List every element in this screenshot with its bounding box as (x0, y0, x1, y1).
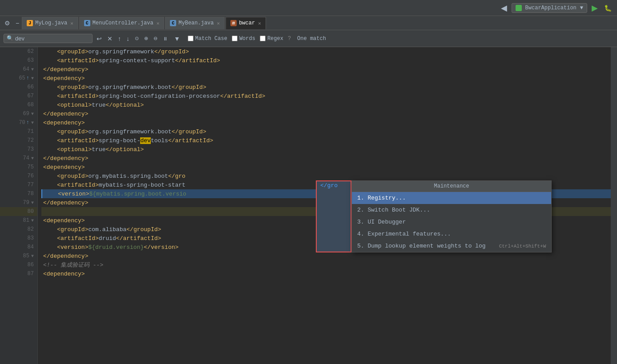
search-input[interactable] (15, 35, 69, 42)
regex-checkbox[interactable] (260, 36, 266, 41)
context-menu-item-registry[interactable]: 1. Registry... (352, 192, 551, 204)
regex-option[interactable]: Regex (260, 36, 283, 42)
context-menu-item-ui-debugger[interactable]: 3. UI Debugger (352, 216, 551, 228)
code-content[interactable]: <groupId>org.springframework</groupId> <… (38, 47, 611, 364)
gutter-line-85: 85 ▼ (0, 252, 37, 260)
fold-icon-81[interactable]: ▼ (31, 218, 34, 223)
undo-button[interactable]: ↩ (94, 34, 104, 43)
bookmark-icon-70: ↑ (26, 120, 29, 126)
gutter-line-86: 86 (0, 260, 37, 269)
gutter-line-69: 69 ▼ (0, 109, 37, 118)
search-icon: 🔍 (7, 35, 13, 42)
search-input-wrap: 🔍 (4, 34, 93, 43)
match-case-label: Match Case (195, 36, 227, 42)
fold-icon-70[interactable]: ▼ (31, 120, 34, 125)
search-help[interactable]: ? (288, 36, 291, 42)
tab-mybean[interactable]: C MyBean.java ✕ (165, 17, 225, 29)
app-selector-label: BwcarApplication (525, 5, 577, 11)
fold-icon-79[interactable]: ▼ (31, 200, 34, 205)
search-options: Match Case Words Regex ? (188, 36, 291, 42)
gutter-line-65: 65 ↑ ▼ (0, 74, 37, 83)
code-line-86: <!-- 集成验证码 --> (41, 260, 611, 269)
words-checkbox[interactable] (232, 36, 238, 41)
tab-close-menucontroller[interactable]: ✕ (157, 20, 160, 26)
context-menu-item-dump-lookup[interactable]: 5. Dump lookup element weights to log Ct… (352, 240, 551, 252)
next-match-button[interactable]: ↓ (124, 34, 132, 43)
context-menu-trigger: </gro (316, 180, 351, 252)
top-bar: ◀ BwcarApplication ▼ ▶ 🐛 (0, 0, 617, 16)
words-option[interactable]: Words (232, 36, 255, 42)
clear-search-button[interactable]: ✕ (105, 34, 115, 43)
prev-match-button[interactable]: ↑ (116, 34, 123, 43)
code-line-73: <optional>true</optional> (41, 145, 611, 154)
gutter-line-66: 66 (0, 83, 37, 92)
exclude-button[interactable]: ⊖ (151, 34, 160, 43)
code-line-87: <dependency> (41, 269, 611, 278)
tab-label-menucontroller: MenuController.java (93, 20, 153, 26)
find-all-button[interactable]: ⊙ (133, 34, 141, 43)
gutter-line-71: 71 (0, 127, 37, 136)
top-bar-actions: ◀ BwcarApplication ▼ ▶ 🐛 (499, 2, 613, 14)
gutter-line-67: 67 (0, 92, 37, 100)
gutter-line-77: 77 (0, 180, 37, 189)
add-occurrence-button[interactable]: ⊕ (142, 34, 150, 43)
gutter-line-79: 79 ▼ (0, 198, 37, 207)
context-menu-header: Maintenance (352, 181, 551, 192)
tab-bwcar[interactable]: m bwcar ✕ (226, 17, 266, 29)
match-case-option[interactable]: Match Case (188, 36, 227, 42)
match-case-checkbox[interactable] (188, 36, 194, 41)
minimize-button[interactable]: − (13, 18, 22, 28)
gutter-line-72: 72 (0, 136, 37, 145)
code-line-67: <artifactId>spring-boot-configuration-pr… (41, 92, 611, 100)
code-line-69: </dependency> (41, 109, 611, 118)
context-menu-item-experimental[interactable]: 4. Experimental features... (352, 228, 551, 240)
gutter-line-68: 68 (0, 100, 37, 109)
fold-icon-65[interactable]: ▼ (31, 76, 34, 81)
scrollbar[interactable] (611, 47, 617, 364)
tab-icon-menucontroller: C (84, 20, 90, 26)
gutter-line-76: 76 (0, 172, 37, 180)
app-selector[interactable]: BwcarApplication ▼ (512, 3, 587, 13)
fold-icon-85[interactable]: ▼ (31, 254, 34, 259)
gutter-line-64: 64 ▼ (0, 65, 37, 74)
back-button[interactable]: ◀ (499, 2, 509, 14)
tab-close-bwcar[interactable]: ✕ (258, 20, 261, 26)
fold-icon-69[interactable]: ▼ (31, 112, 34, 116)
code-line-72: <artifactId>spring-boot-devtools</artifa… (41, 136, 611, 145)
context-menu-item-switch-jdk[interactable]: 2. Switch Boot JDK... (352, 204, 551, 216)
run-button[interactable]: ▶ (590, 2, 600, 14)
gutter-line-84: 84 (0, 243, 37, 252)
context-menu-overlay: </gro Maintenance 1. Registry... 2. Swit… (316, 180, 552, 252)
fold-icon-64[interactable]: ▼ (31, 67, 34, 72)
tab-close-mylog[interactable]: ✕ (70, 20, 73, 26)
tab-label-bwcar: bwcar (239, 20, 255, 26)
code-line-74: </dependency> (41, 154, 611, 163)
code-line-85: </dependency> (41, 252, 611, 260)
code-line-70: <dependency> (41, 118, 611, 127)
code-line-66: <groupId>org.springframework.boot</group… (41, 83, 611, 92)
debug-button[interactable]: 🐛 (602, 4, 613, 12)
code-line-71: <groupId>org.springframework.boot</group… (41, 127, 611, 136)
pause-button[interactable]: ⏸ (161, 34, 170, 43)
gutter-line-82: 82 (0, 225, 37, 234)
tab-mylog[interactable]: J MyLog.java ✕ (22, 17, 78, 29)
filter-button[interactable]: ▼ (172, 34, 182, 43)
tab-icon-bwcar: m (230, 20, 237, 26)
gutter-line-78: 78 (0, 189, 37, 198)
fold-icon-74[interactable]: ▼ (31, 156, 34, 161)
gutter-line-83: 83 (0, 234, 37, 243)
tabs-bar: ⚙ − J MyLog.java ✕ C MenuController.java… (0, 16, 617, 30)
bookmark-icon-65: ↑ (26, 75, 29, 81)
code-line-65: <dependency> (41, 74, 611, 83)
editor-area: 62 63 64 ▼ 65 ↑ ▼ 66 67 68 69 ▼ 70 ↑ ▼ 7… (0, 47, 617, 364)
context-menu: Maintenance 1. Registry... 2. Switch Boo… (351, 180, 552, 252)
regex-label: Regex (267, 36, 283, 42)
tab-close-mybean[interactable]: ✕ (217, 20, 220, 26)
code-line-64: </dependency> (41, 65, 611, 74)
code-line-62: <groupId>org.springframework</groupId> (41, 47, 611, 56)
settings-button[interactable]: ⚙ (2, 18, 13, 28)
match-count: One match (297, 36, 326, 42)
words-label: Words (239, 36, 255, 42)
tab-menucontroller[interactable]: C MenuController.java ✕ (79, 17, 164, 29)
gutter-line-73: 73 (0, 145, 37, 154)
